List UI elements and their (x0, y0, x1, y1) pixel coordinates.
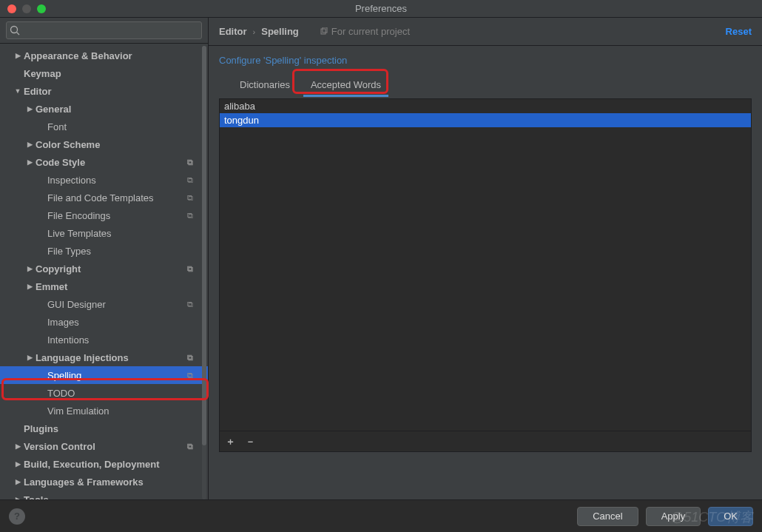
expand-arrow-icon (24, 265, 36, 272)
tree-item-label: Code Style (36, 157, 85, 168)
tree-item-label: File Types (47, 246, 91, 257)
sidebar-scrollbar[interactable] (202, 46, 206, 499)
tree-item-label: Spelling (47, 370, 81, 381)
tree-item-emmet[interactable]: Emmet (0, 277, 208, 295)
search-input[interactable] (6, 21, 202, 39)
tree-item-version-control[interactable]: Version Control⧉ (0, 437, 208, 455)
titlebar: Preferences (0, 0, 762, 18)
main-panel: Editor › Spelling For current project Re… (209, 18, 762, 499)
tree-item-label: Vim Emulation (47, 405, 109, 417)
tree-item-gui-designer[interactable]: GUI Designer⧉ (0, 295, 208, 313)
copy-icon: ⧉ (187, 442, 193, 451)
project-scope-text: For current project (331, 26, 410, 37)
expand-arrow-icon (12, 52, 24, 59)
tree-item-live-templates[interactable]: Live Templates (0, 224, 208, 242)
accepted-words-list: alibabatongdun ＋ － (219, 98, 752, 452)
tree-item-file-and-code-templates[interactable]: File and Code Templates⧉ (0, 189, 208, 206)
copy-icon: ⧉ (187, 175, 193, 185)
ok-button[interactable]: OK (708, 507, 753, 526)
tree-item-label: Appearance & Behavior (24, 50, 132, 61)
tree-item-editor[interactable]: Editor (0, 82, 208, 100)
svg-line-1 (17, 33, 20, 36)
remove-word-button[interactable]: － (246, 435, 255, 448)
expand-arrow-icon (24, 354, 36, 361)
tree-item-languages-frameworks[interactable]: Languages & Frameworks (0, 473, 208, 491)
sidebar: Appearance & BehaviorKeymapEditorGeneral… (0, 18, 209, 499)
tree-item-color-scheme[interactable]: Color Scheme (0, 135, 208, 153)
copy-icon: ⧉ (187, 300, 193, 309)
tree-item-copyright[interactable]: Copyright⧉ (0, 260, 208, 277)
tree-item-appearance-behavior[interactable]: Appearance & Behavior (0, 47, 208, 64)
tab-dictionaries[interactable]: Dictionaries (229, 74, 300, 95)
tree-item-label: Keymap (24, 68, 61, 79)
expand-arrow-icon (12, 478, 24, 485)
add-word-button[interactable]: ＋ (226, 435, 235, 448)
tree-item-label: Plugins (24, 423, 58, 434)
copy-icon: ⧉ (187, 211, 193, 220)
tab-accepted-words[interactable]: Accepted Words (300, 74, 391, 95)
copy-icon: ⧉ (187, 193, 193, 203)
tree-item-label: File Encodings (47, 210, 110, 221)
apply-button[interactable]: Apply (646, 507, 701, 526)
tree-item-intentions[interactable]: Intentions (0, 331, 208, 349)
expand-arrow-icon (24, 141, 36, 148)
tree-item-general[interactable]: General (0, 100, 208, 118)
tree-item-label: Inspections (47, 175, 96, 186)
tree-item-file-encodings[interactable]: File Encodings⧉ (0, 206, 208, 224)
configure-inspection-link[interactable]: Configure 'Spelling' inspection (219, 55, 347, 66)
expand-arrow-icon (24, 105, 36, 112)
footer: ? Cancel Apply OK (0, 499, 762, 532)
tree-item-file-types[interactable]: File Types (0, 242, 208, 260)
tree-item-keymap[interactable]: Keymap (0, 64, 208, 82)
tree-item-build-execution-deployment[interactable]: Build, Execution, Deployment (0, 455, 208, 473)
tree-item-label: Editor (24, 86, 52, 97)
tree-item-label: Color Scheme (36, 139, 100, 150)
tree-item-font[interactable]: Font (0, 118, 208, 135)
tree-item-label: Version Control (24, 441, 95, 452)
tree-item-vim-emulation[interactable]: Vim Emulation (0, 402, 208, 420)
tree-item-label: TODO (47, 388, 75, 399)
expand-arrow-icon (12, 496, 24, 499)
copy-icon: ⧉ (187, 158, 193, 167)
copy-icon: ⧉ (187, 353, 193, 363)
tree-item-tools[interactable]: Tools (0, 491, 208, 499)
breadcrumb-editor[interactable]: Editor (219, 26, 247, 37)
tree-item-images[interactable]: Images (0, 313, 208, 331)
tree-item-todo[interactable]: TODO (0, 384, 208, 402)
tree-item-label: Language Injections (36, 352, 129, 363)
svg-rect-3 (323, 27, 327, 33)
word-item[interactable]: alibaba (220, 99, 751, 113)
reset-link[interactable]: Reset (726, 26, 752, 37)
expand-arrow-icon (12, 87, 24, 95)
tab-bar: DictionariesAccepted Words (209, 73, 762, 95)
help-button[interactable]: ? (9, 508, 25, 525)
tree-item-label: Intentions (47, 334, 89, 346)
chevron-right-icon: › (247, 27, 262, 36)
expand-arrow-icon (24, 283, 36, 290)
tree-item-label: GUI Designer (47, 299, 106, 310)
tree-item-label: Tools (24, 494, 49, 500)
tree-item-label: File and Code Templates (47, 192, 154, 203)
expand-arrow-icon (24, 158, 36, 166)
tree-item-label: Live Templates (47, 228, 111, 239)
project-scope-label: For current project (320, 26, 410, 37)
tree-item-label: Images (47, 317, 79, 328)
expand-arrow-icon (12, 442, 24, 450)
tree-item-language-injections[interactable]: Language Injections⧉ (0, 349, 208, 366)
tree-item-code-style[interactable]: Code Style⧉ (0, 153, 208, 171)
svg-point-0 (11, 27, 18, 33)
settings-tree[interactable]: Appearance & BehaviorKeymapEditorGeneral… (0, 44, 208, 499)
expand-arrow-icon (12, 460, 24, 468)
cancel-button[interactable]: Cancel (577, 507, 638, 526)
tree-item-inspections[interactable]: Inspections⧉ (0, 171, 208, 189)
word-item[interactable]: tongdun (220, 113, 751, 127)
tree-item-label: General (36, 104, 71, 115)
search-icon (10, 25, 20, 36)
breadcrumb-spelling: Spelling (261, 26, 299, 37)
tree-item-plugins[interactable]: Plugins (0, 420, 208, 437)
tree-item-spelling[interactable]: Spelling⧉ (0, 366, 208, 384)
tree-item-label: Languages & Frameworks (24, 477, 144, 488)
window-title: Preferences (0, 3, 762, 14)
copy-icon: ⧉ (187, 264, 193, 274)
tree-item-label: Emmet (36, 281, 67, 292)
